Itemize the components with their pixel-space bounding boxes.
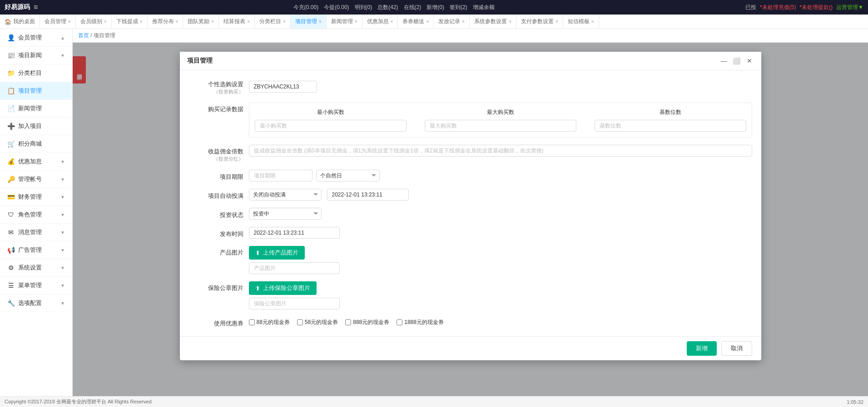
- copyright-text: Copyright ©2017-2019 全网最专业的理财平台 All Righ…: [5, 398, 152, 405]
- upload-insurance-image-button[interactable]: ⬆ 上传保险公章图片: [249, 281, 317, 295]
- sidebar-item-options[interactable]: 🔧 选项配置 ▼: [0, 294, 72, 312]
- action-chongzhi[interactable]: *未处理充值(5): [760, 4, 796, 11]
- period-unit-select[interactable]: 个自然日 个月 年: [316, 170, 380, 181]
- publish-time-row: 发布时间: [189, 227, 752, 239]
- action-tikuan[interactable]: *未处理提款(): [799, 4, 833, 11]
- sidebar-item-joinproject[interactable]: ➕ 加入项目: [0, 118, 72, 135]
- tab-desktop[interactable]: 🏠 我的桌面: [0, 15, 40, 29]
- breadcrumb-home[interactable]: 首页: [78, 32, 89, 39]
- sidebar-item-mall[interactable]: 🛒 积分商城: [0, 135, 72, 153]
- tab-category[interactable]: 分类栏目 ×: [255, 15, 291, 29]
- sidebar-item-message[interactable]: ✉ 消息管理 ▼: [0, 224, 72, 241]
- tab-sms-close[interactable]: ×: [591, 19, 594, 24]
- sidebar-item-account[interactable]: 🔑 管理帐号 ▼: [0, 171, 72, 188]
- period-input[interactable]: [249, 170, 312, 181]
- tab-member[interactable]: 会员管理 ×: [40, 15, 76, 29]
- coupon-88-checkbox[interactable]: [249, 319, 255, 325]
- tab-category-close[interactable]: ×: [283, 19, 286, 24]
- tab-sms[interactable]: 短信模板 ×: [563, 15, 599, 29]
- base-digits-input[interactable]: [595, 120, 746, 132]
- coupon-888[interactable]: 888元的现金券: [345, 319, 389, 326]
- sidebar-item-project[interactable]: 📋 项目管理: [0, 82, 72, 100]
- coupon-58-checkbox[interactable]: [297, 319, 303, 325]
- coupon-88[interactable]: 88元的现金券: [249, 319, 290, 326]
- sidebar-item-settings[interactable]: ⚙ 系统设置 ▼: [0, 259, 72, 277]
- min-purchase-input[interactable]: [255, 120, 407, 132]
- tab-commission[interactable]: 下线提成 ×: [112, 15, 148, 29]
- stat-xinceng[interactable]: 新增(0): [427, 4, 444, 11]
- tab-recommend[interactable]: 推荐分布 ×: [148, 15, 184, 29]
- coupon-58[interactable]: 58元的现金券: [297, 319, 338, 326]
- tab-memberlevel-close[interactable]: ×: [104, 19, 107, 24]
- sidebar-item-role[interactable]: 🛡 角色管理 ▼: [0, 206, 72, 224]
- stat-qiandao[interactable]: 签到(2): [450, 4, 467, 11]
- insurance-image-input[interactable]: [249, 298, 340, 309]
- tab-project-close[interactable]: ×: [319, 19, 322, 24]
- tab-news[interactable]: 新闻管理 ×: [327, 15, 362, 29]
- tab-news-close[interactable]: ×: [355, 19, 357, 24]
- sidebar-item-finance[interactable]: 💳 财务管理 ▼: [0, 188, 72, 206]
- tab-memberlevel[interactable]: 会员级别 ×: [76, 15, 112, 29]
- product-image-input[interactable]: [249, 262, 340, 274]
- tab-payparams[interactable]: 支付参数设置 ×: [516, 15, 563, 29]
- submit-button[interactable]: 新增: [687, 341, 717, 356]
- tab-report-close[interactable]: ×: [247, 19, 250, 24]
- cancel-button[interactable]: 取消: [721, 341, 752, 356]
- action-yunying[interactable]: 运营管理▼: [836, 4, 863, 11]
- tab-team-close[interactable]: ×: [211, 19, 214, 24]
- stat-zongshu[interactable]: 总数(42): [377, 4, 398, 11]
- upload-product-image-button[interactable]: ⬆ 上传产品图片: [249, 246, 305, 260]
- max-purchase-input[interactable]: [425, 120, 576, 132]
- tab-coupon[interactable]: 券券糖送 ×: [398, 15, 434, 29]
- stat-zaixian[interactable]: 在线(2): [404, 4, 422, 11]
- stat-jinchong[interactable]: 今充(0.00): [293, 4, 318, 11]
- tab-discount-close[interactable]: ×: [391, 19, 393, 24]
- sidebar-member-label: 会员管理: [18, 34, 42, 42]
- sidebar-settings-label: 系统设置: [18, 264, 42, 272]
- tab-records[interactable]: 发放记录 ×: [434, 15, 470, 29]
- stat-zengjian[interactable]: 增减余额: [473, 4, 495, 11]
- time-display: 1:05:32: [847, 399, 863, 405]
- joinproject-icon: ➕: [7, 123, 15, 130]
- coupon-888-checkbox[interactable]: [345, 319, 351, 325]
- tab-coupon-label: 券券糖送: [402, 18, 424, 25]
- auto-invest-datetime[interactable]: [327, 189, 409, 201]
- dialog-minimize[interactable]: —: [719, 56, 729, 65]
- sidebar-item-discount[interactable]: 💰 优惠加息 ▼: [0, 153, 72, 171]
- sidebar-item-menu[interactable]: ☰ 菜单管理 ▼: [0, 277, 72, 294]
- sidebar-item-member[interactable]: 👤 会员管理 ▲: [0, 29, 72, 47]
- tab-project[interactable]: 项目管理 ×: [291, 15, 327, 29]
- sidebar-item-newsmanage[interactable]: 📄 新闻管理: [0, 100, 72, 118]
- tab-report[interactable]: 结算报表 ×: [219, 15, 255, 29]
- sidebar-item-news[interactable]: 📰 项目新闻 ▼: [0, 47, 72, 64]
- menu-icon[interactable]: ≡: [34, 3, 38, 11]
- tab-discount[interactable]: 优惠加息 ×: [362, 15, 398, 29]
- tab-team[interactable]: 团队奖励 ×: [183, 15, 219, 29]
- stat-jinti[interactable]: 今提(0.00): [324, 4, 349, 11]
- action-yitou[interactable]: 已投: [745, 4, 756, 11]
- tab-payparams-close[interactable]: ×: [556, 19, 558, 24]
- top-setting-input[interactable]: [249, 81, 317, 93]
- tab-records-close[interactable]: ×: [462, 19, 465, 24]
- tab-sysparams[interactable]: 系统参数设置 ×: [470, 15, 516, 29]
- tab-coupon-close[interactable]: ×: [426, 19, 429, 24]
- tab-commission-close[interactable]: ×: [140, 19, 143, 24]
- sidebar-joinproject-label: 加入项目: [18, 122, 42, 130]
- earnings-multiplier-input[interactable]: [249, 145, 752, 157]
- tab-recommend-close[interactable]: ×: [176, 19, 179, 24]
- invest-status-select[interactable]: 投资中 已完成 已下架: [249, 208, 322, 220]
- dialog-maximize[interactable]: ⬜: [732, 56, 741, 65]
- tab-member-close[interactable]: ×: [68, 19, 71, 24]
- stat-mingdao[interactable]: 明到(0): [355, 4, 372, 11]
- tab-sysparams-close[interactable]: ×: [509, 19, 511, 24]
- home-icon: 🏠: [5, 19, 11, 25]
- tab-news-label: 新闻管理: [331, 18, 353, 25]
- auto-invest-select[interactable]: 关闭自动投满 开启自动投满: [249, 189, 322, 201]
- coupon-1888[interactable]: 1888元的现金券: [397, 319, 444, 326]
- tab-report-label: 结算报表: [223, 18, 245, 25]
- publish-time-input[interactable]: [249, 227, 340, 239]
- sidebar-item-advert[interactable]: 📢 广告管理 ▼: [0, 241, 72, 259]
- sidebar-item-category[interactable]: 📁 分类栏目: [0, 64, 72, 82]
- coupon-1888-checkbox[interactable]: [397, 319, 402, 325]
- dialog-close[interactable]: ✕: [745, 56, 754, 65]
